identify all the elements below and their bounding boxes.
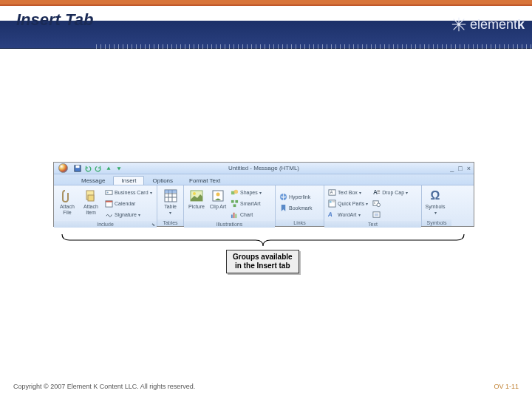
svg-rect-30 (235, 214, 236, 218)
clip-art-icon (212, 190, 224, 202)
tab-format-text[interactable]: Format Text (181, 176, 228, 185)
chevron-down-icon: ▾ (138, 212, 140, 217)
svg-point-4 (457, 23, 460, 26)
smartart-icon (231, 200, 239, 208)
window-controls: _ □ × (450, 165, 471, 172)
hyperlink-icon (279, 193, 287, 201)
minimize-button[interactable]: _ (450, 165, 454, 172)
accent-stripe (0, 0, 532, 6)
quick-access-toolbar (74, 165, 123, 172)
calendar-icon (105, 200, 113, 208)
object-icon (372, 211, 381, 219)
tab-message[interactable]: Message (73, 176, 113, 185)
svg-point-10 (107, 191, 109, 193)
picture-button[interactable]: Picture (186, 187, 207, 210)
svg-rect-26 (235, 200, 238, 202)
clip-art-button[interactable]: Clip Art (208, 187, 228, 210)
callout-line2: in the Insert tab (235, 262, 290, 270)
svg-text:A: A (328, 211, 333, 218)
ribbon: Untitled - Message (HTML) _ □ × Message … (54, 163, 474, 226)
maximize-button[interactable]: □ (458, 165, 462, 172)
attach-file-button[interactable]: Attach File (56, 187, 78, 216)
svg-rect-25 (231, 200, 234, 202)
attach-item-button[interactable]: Attach Item (80, 187, 102, 216)
table-button[interactable]: Table▾ (160, 187, 181, 216)
slide-header: Insert Tab elementk (0, 6, 532, 49)
chevron-down-icon: ▾ (150, 190, 152, 195)
asterisk-icon (451, 16, 467, 33)
symbols-button[interactable]: Ω Symbols▾ (424, 187, 446, 216)
wordart-button[interactable]: A WordArt▾ (327, 209, 369, 219)
smartart-button[interactable]: SmartArt (229, 198, 263, 208)
wordart-icon: A (328, 211, 336, 219)
svg-rect-37 (332, 200, 335, 202)
text-box-button[interactable]: A Text Box▾ (327, 187, 369, 197)
group-illustrations: Picture Clip Art Shapes▾ SmartArt (184, 185, 276, 226)
drop-cap-icon: A (372, 188, 381, 197)
chevron-down-icon: ▾ (358, 212, 361, 217)
object-button[interactable] (371, 209, 409, 219)
callout-line1: Groups available (233, 253, 293, 261)
svg-rect-18 (165, 190, 177, 193)
group-symbols: Ω Symbols▾ Symbols (422, 185, 451, 226)
chevron-down-icon: ▾ (406, 190, 408, 195)
bookmark-button[interactable]: Bookmark (278, 202, 314, 213)
svg-rect-36 (330, 200, 332, 202)
shapes-button[interactable]: Shapes▾ (229, 187, 263, 197)
tab-insert[interactable]: Insert (113, 176, 144, 185)
date-time-button[interactable]: 5 (371, 198, 409, 208)
dialog-launcher-icon[interactable]: ⬊ (151, 222, 155, 227)
picture-icon (190, 190, 203, 202)
chart-icon (231, 211, 239, 219)
group-include: Attach File Attach Item Business Card▾ (54, 185, 157, 226)
up-icon[interactable] (105, 165, 112, 172)
logo-text: element (470, 17, 517, 33)
office-button[interactable] (54, 163, 72, 174)
svg-rect-12 (106, 200, 112, 202)
callout-bracket (61, 233, 466, 246)
undo-icon[interactable] (84, 165, 92, 172)
group-label-tables: Tables (157, 219, 183, 226)
redo-icon[interactable] (95, 165, 102, 172)
bookmark-icon (279, 204, 287, 212)
tab-options[interactable]: Options (144, 176, 181, 185)
group-text: A Text Box▾ Quick Parts▾ A WordArt▾ (324, 185, 422, 226)
svg-rect-9 (106, 190, 112, 194)
svg-rect-47 (375, 213, 379, 216)
slide-title: Insert Tab (16, 10, 93, 30)
business-card-button[interactable]: Business Card▾ (103, 187, 154, 197)
chevron-down-icon: ▾ (366, 201, 368, 206)
signature-button[interactable]: Signature▾ (103, 209, 154, 219)
svg-rect-8 (88, 195, 94, 201)
chart-button[interactable]: Chart (229, 209, 263, 219)
svg-point-45 (377, 203, 381, 207)
group-label-illustrations: Illustrations (184, 221, 275, 228)
close-button[interactable]: × (467, 165, 471, 172)
svg-point-24 (234, 189, 239, 194)
group-tables: Table▾ Tables (157, 185, 184, 226)
save-icon[interactable] (74, 165, 81, 172)
omega-icon: Ω (431, 189, 440, 202)
quick-parts-button[interactable]: Quick Parts▾ (327, 198, 369, 208)
group-label-include: Include⬊ (54, 221, 157, 228)
group-label-symbols: Symbols (422, 219, 451, 226)
group-label-text: Text (324, 221, 421, 228)
chevron-down-icon: ▾ (434, 211, 437, 215)
quick-parts-icon (328, 200, 336, 208)
dot-divider (96, 44, 532, 49)
svg-rect-28 (231, 214, 233, 218)
attach-item-icon (85, 189, 97, 202)
ribbon-tabs: Message Insert Options Format Text (54, 174, 474, 185)
down-icon[interactable] (115, 165, 123, 172)
hyperlink-button[interactable]: Hyperlink (278, 191, 314, 202)
brand-logo: elementk (451, 16, 525, 33)
text-box-icon: A (328, 188, 336, 197)
shapes-icon (231, 188, 239, 197)
chevron-down-icon: ▾ (359, 190, 361, 195)
calendar-button[interactable]: Calendar (103, 198, 154, 208)
svg-rect-6 (76, 165, 80, 167)
drop-cap-button[interactable]: A Drop Cap▾ (371, 187, 409, 197)
page-number: OV 1-11 (494, 383, 519, 390)
logo-suffix: k (517, 17, 525, 33)
group-label-links: Links (276, 219, 324, 226)
